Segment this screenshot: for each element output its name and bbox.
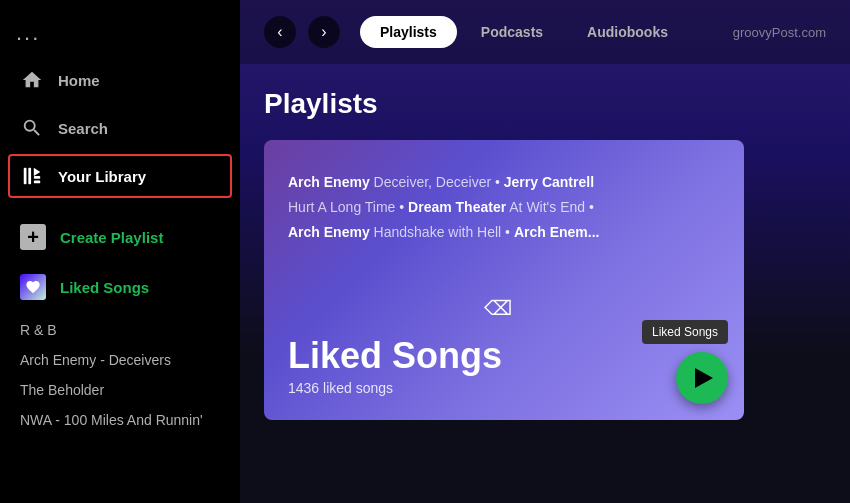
playlist-item-beholder[interactable]: The Beholder	[20, 382, 220, 398]
preview-artist4: Arch Enemy	[288, 224, 370, 240]
cursor: ⌫	[484, 296, 512, 320]
back-button[interactable]: ‹	[264, 16, 296, 48]
forward-button[interactable]: ›	[308, 16, 340, 48]
preview-song3: At Wit's End	[509, 199, 585, 215]
create-playlist-icon: +	[20, 224, 46, 250]
watermark: groovyPost.com	[733, 25, 826, 40]
preview-artist2: Jerry Cantrell	[504, 174, 594, 190]
preview-artist3: Dream Theater	[408, 199, 506, 215]
preview-artist5: Arch Enem...	[514, 224, 600, 240]
liked-songs-tooltip: Liked Songs	[642, 320, 728, 344]
preview-line1: Arch Enemy Deceiver, Deceiver • Jerry Ca…	[288, 170, 720, 195]
topbar: ‹ › Playlists Podcasts Audiobooks groovy…	[240, 0, 850, 64]
playlist-item-rnb[interactable]: R & B	[20, 322, 220, 338]
preview-song1: Deceiver, Deceiver	[374, 174, 492, 190]
play-button[interactable]	[676, 352, 728, 404]
library-icon	[20, 164, 44, 188]
tab-playlists[interactable]: Playlists	[360, 16, 457, 48]
sidebar-item-home-label: Home	[58, 72, 100, 89]
svg-rect-3	[34, 181, 40, 184]
preview-sep1: •	[495, 174, 504, 190]
liked-songs-action[interactable]: Liked Songs	[8, 264, 232, 310]
preview-line3: Arch Enemy Handshake with Hell • Arch En…	[288, 220, 720, 245]
library-playlists: R & B Arch Enemy - Deceivers The Beholde…	[0, 322, 240, 428]
sidebar-nav: Home Search Your Library	[0, 58, 240, 198]
sidebar-item-home[interactable]: Home	[8, 58, 232, 102]
preview-artist1: Arch Enemy	[288, 174, 370, 190]
playlist-item-nwa[interactable]: NWA - 100 Miles And Runnin'	[20, 412, 220, 428]
preview-sep2: •	[399, 199, 408, 215]
create-playlist-action[interactable]: + Create Playlist	[8, 214, 232, 260]
home-icon	[20, 68, 44, 92]
preview-line2: Hurt A Long Time • Dream Theater At Wit'…	[288, 195, 720, 220]
play-icon	[695, 368, 713, 388]
tab-audiobooks[interactable]: Audiobooks	[567, 16, 688, 48]
tab-group: Playlists Podcasts Audiobooks	[360, 16, 688, 48]
sidebar-item-search[interactable]: Search	[8, 106, 232, 150]
card-songs-preview: Arch Enemy Deceiver, Deceiver • Jerry Ca…	[288, 170, 720, 246]
create-playlist-label: Create Playlist	[60, 229, 163, 246]
svg-rect-2	[34, 176, 40, 179]
liked-songs-icon	[20, 274, 46, 300]
card-subtitle: 1436 liked songs	[288, 380, 720, 396]
svg-rect-1	[28, 168, 31, 185]
sidebar-dots: ...	[0, 16, 240, 58]
sidebar-item-search-label: Search	[58, 120, 108, 137]
sidebar-library-section: + Create Playlist Liked Songs	[0, 214, 240, 310]
sidebar-item-library[interactable]: Your Library	[8, 154, 232, 198]
section-title: Playlists	[264, 88, 826, 120]
card-bottom: Liked Songs 1436 liked songs	[288, 336, 720, 396]
playlist-item-arch[interactable]: Arch Enemy - Deceivers	[20, 352, 220, 368]
preview-sep3: •	[589, 199, 594, 215]
liked-songs-card[interactable]: Arch Enemy Deceiver, Deceiver • Jerry Ca…	[264, 140, 744, 420]
liked-songs-label: Liked Songs	[60, 279, 149, 296]
sidebar: ... Home Search	[0, 0, 240, 503]
preview-song2: Hurt A Long Time	[288, 199, 395, 215]
preview-sep4: •	[505, 224, 514, 240]
main-content: ‹ › Playlists Podcasts Audiobooks groovy…	[240, 0, 850, 503]
content-area: Playlists Arch Enemy Deceiver, Deceiver …	[240, 64, 850, 503]
preview-song4: Handshake with Hell	[374, 224, 502, 240]
sidebar-item-library-label: Your Library	[58, 168, 146, 185]
tab-podcasts[interactable]: Podcasts	[461, 16, 563, 48]
search-icon	[20, 116, 44, 140]
svg-rect-0	[24, 168, 27, 185]
